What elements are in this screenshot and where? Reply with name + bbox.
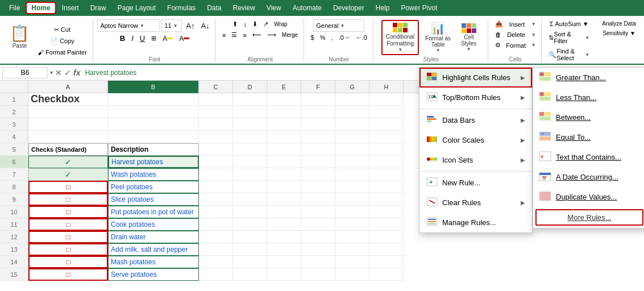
cell-a10[interactable]: □ <box>28 206 108 218</box>
menu-data[interactable]: Data <box>202 3 226 13</box>
menu-help[interactable]: Help <box>371 3 394 13</box>
bold-button[interactable]: B <box>118 33 127 44</box>
submenu-duplicate-values[interactable]: Duplicate Values... <box>533 187 644 207</box>
sensitivity-button[interactable]: Sensitivity ▼ <box>600 29 638 38</box>
cell-b10[interactable]: Put potatoes in pot of water <box>108 206 199 218</box>
cell-c2[interactable] <box>199 106 233 118</box>
font-name-dropdown[interactable]: Aptos Narrow ▼ <box>97 19 160 32</box>
copy-button[interactable]: 📄 Copy <box>35 36 89 46</box>
cell-a14[interactable]: □ <box>28 256 108 268</box>
decrease-indent-button[interactable]: ⟵ <box>250 30 264 40</box>
cell-a3[interactable] <box>28 118 108 131</box>
cell-h2[interactable] <box>369 106 404 118</box>
cf-top-bottom-item[interactable]: 10 Top/Bottom Rules ▶ <box>419 88 532 107</box>
percent-button[interactable]: % <box>318 33 328 42</box>
col-header-c[interactable]: C <box>199 81 233 93</box>
cell-h1[interactable] <box>369 93 404 106</box>
cell-a15[interactable]: □ <box>28 268 108 281</box>
menu-home[interactable]: Home <box>27 3 55 13</box>
cell-reference-input[interactable]: B6 <box>2 67 48 78</box>
menu-draw[interactable]: Draw <box>86 3 111 13</box>
cell-g1[interactable] <box>335 93 369 106</box>
cell-d1[interactable] <box>233 93 267 106</box>
cell-styles-button[interactable]: CellStyles ▼ <box>457 20 480 55</box>
cell-a11[interactable]: □ <box>28 218 108 231</box>
cf-clear-rules-item[interactable]: Clear Rules ▶ <box>419 193 532 213</box>
cell-b5[interactable]: Description <box>108 143 199 156</box>
cell-f2[interactable] <box>301 106 335 118</box>
cell-e1[interactable] <box>267 93 301 106</box>
menu-power-pivot[interactable]: Power Pivot <box>396 3 442 13</box>
number-format-dropdown[interactable]: General ▼ <box>313 19 364 32</box>
menu-formulas[interactable]: Formulas <box>163 3 200 13</box>
find-select-button[interactable]: 🔍 Find & Select ▼ <box>546 47 592 63</box>
align-left-button[interactable]: ≡ <box>220 31 228 40</box>
cell-a12[interactable]: □ <box>28 231 108 243</box>
cell-a4[interactable] <box>28 131 108 143</box>
fill-color-button[interactable]: A <box>160 34 175 44</box>
wrap-text-button[interactable]: Wrap <box>272 20 290 28</box>
align-right-button[interactable]: ≡ <box>240 31 248 40</box>
cf-new-rule-item[interactable]: + New Rule... <box>419 173 532 193</box>
insert-button[interactable]: 📥 Insert ▼ <box>493 19 538 29</box>
submenu-greater-than[interactable]: > Greater Than... <box>533 68 644 88</box>
cell-b1[interactable] <box>108 93 199 106</box>
cell-b7[interactable]: Wash potatoes <box>108 168 199 181</box>
cf-manage-rules-item[interactable]: Manage Rules... <box>419 213 532 232</box>
cell-a7[interactable]: ✓ <box>28 168 108 181</box>
submenu-less-than[interactable]: < Less Than... <box>533 88 644 107</box>
decrease-font-button[interactable]: A↓ <box>199 20 212 31</box>
format-painter-button[interactable]: 🖌 Format Painter <box>35 48 89 57</box>
menu-view[interactable]: View <box>262 3 286 13</box>
cell-a5[interactable]: Checks (Standard) <box>28 143 108 156</box>
col-header-h[interactable]: H <box>369 81 404 93</box>
cell-d2[interactable] <box>233 106 267 118</box>
format-as-table-button[interactable]: 📊 Format asTable ▼ <box>421 20 455 55</box>
italic-button[interactable]: I <box>129 33 136 44</box>
text-direction-button[interactable]: ↗ <box>261 19 271 29</box>
increase-indent-button[interactable]: ⟶ <box>265 30 279 40</box>
font-size-dropdown[interactable]: 11 ▼ <box>161 19 182 32</box>
increase-font-button[interactable]: A↑ <box>184 20 197 31</box>
align-bottom-button[interactable]: ⬇ <box>250 19 260 29</box>
menu-developer[interactable]: Developer <box>329 3 369 13</box>
cf-color-scales-item[interactable]: Color Scales ▶ <box>419 130 532 150</box>
menu-automate[interactable]: Automate <box>288 3 326 13</box>
cancel-formula-icon[interactable]: ✕ <box>55 68 62 77</box>
cut-button[interactable]: ✂ Cut <box>35 25 89 35</box>
cell-b11[interactable]: Cook potatoes <box>108 218 199 231</box>
cf-data-bars-item[interactable]: Data Bars ▶ <box>419 110 532 130</box>
confirm-formula-icon[interactable]: ✓ <box>64 68 71 77</box>
cell-f1[interactable] <box>301 93 335 106</box>
function-icon[interactable]: fx <box>73 68 80 77</box>
analyze-data-button[interactable]: Analyze Data <box>600 19 638 28</box>
cell-a6[interactable]: ✓ <box>28 156 108 168</box>
font-color-button[interactable]: A <box>177 34 192 44</box>
align-top-button[interactable]: ⬆ <box>230 19 240 29</box>
cell-c1[interactable] <box>199 93 233 106</box>
border-button[interactable]: ⊞ <box>149 34 159 43</box>
cell-b6[interactable]: Harvest potatoes <box>108 156 199 168</box>
submenu-date-occurring[interactable]: 📅 A Date Occurring... <box>533 167 644 187</box>
underline-button[interactable]: U <box>138 33 147 44</box>
cell-a1[interactable]: Checkbox <box>28 93 108 106</box>
delete-button[interactable]: 🗑 Delete ▼ <box>493 30 538 39</box>
cell-b8[interactable]: Peel potatoes <box>108 181 199 193</box>
cell-b14[interactable]: Mash potatoes <box>108 256 199 268</box>
cell-a13[interactable]: □ <box>28 243 108 256</box>
col-header-d[interactable]: D <box>233 81 267 93</box>
col-header-f[interactable]: F <box>301 81 335 93</box>
col-header-g[interactable]: G <box>335 81 369 93</box>
cf-icon-sets-item[interactable]: Icon Sets ▶ <box>419 150 532 170</box>
cell-a2[interactable] <box>28 106 108 118</box>
col-header-b[interactable]: B <box>108 81 199 93</box>
submenu-equal-to[interactable]: = Equal To... <box>533 127 644 147</box>
cell-e2[interactable] <box>267 106 301 118</box>
cell-b13[interactable]: Add milk, salt and pepper <box>108 243 199 256</box>
sort-filter-button[interactable]: ⇅ Sort & Filter ▼ <box>546 30 592 45</box>
submenu-between[interactable]: Between... <box>533 107 644 127</box>
col-header-e[interactable]: E <box>267 81 301 93</box>
comma-button[interactable]: , <box>329 33 335 42</box>
menu-file[interactable]: File <box>5 3 24 13</box>
col-header-a[interactable]: A <box>28 81 108 93</box>
